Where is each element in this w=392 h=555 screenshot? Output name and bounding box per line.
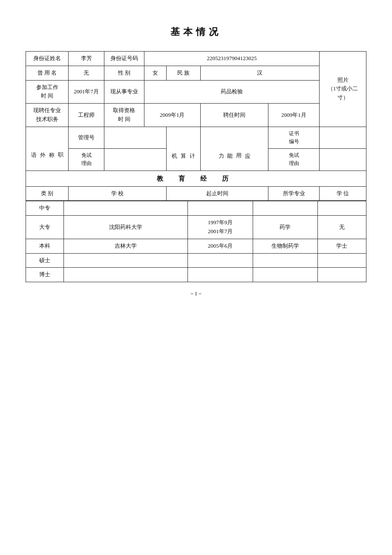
- edu-period: 1997年9月 2001年7月: [188, 216, 253, 239]
- edu-school: 沈阳药科大学: [63, 216, 188, 239]
- title-foreign-label: 职 称 外 语: [26, 127, 69, 171]
- photo-label: 照片: [337, 77, 349, 83]
- edu-degree: 学士: [317, 239, 366, 253]
- id-number-value: 220523197904123025: [144, 52, 319, 66]
- edu-period: [188, 268, 253, 282]
- edu-row: 本科 吉林大学 2005年6月 生物制药学 学士: [26, 239, 366, 253]
- table-row: 身份证姓名 李芳 身份证号码 220523197904123025 照片 （1寸…: [26, 52, 366, 66]
- edu-school: [63, 253, 188, 268]
- computer-label: 计 算 机: [167, 127, 200, 171]
- photo-size: （1寸或小二寸）: [328, 85, 358, 101]
- exempt-label2: 免试 理由: [268, 149, 320, 171]
- work-start-value: 2001年7月: [69, 80, 104, 104]
- edu-school: [63, 201, 188, 216]
- edu-row: 硕士: [26, 253, 366, 268]
- former-name-label: 曾 用 名: [26, 66, 69, 80]
- edu-degree: 无: [317, 216, 366, 239]
- photo-cell: 照片 （1寸或小二寸）: [320, 52, 366, 127]
- exempt-label1: 免试 理由: [69, 149, 104, 171]
- edu-major: [253, 201, 317, 216]
- hire-time-value: 2009年1月: [268, 104, 320, 127]
- edu-type-header: 类 别: [26, 186, 69, 201]
- edu-type: 硕士: [26, 253, 64, 268]
- edu-degree: [317, 253, 366, 268]
- cert-num-value: [320, 127, 366, 148]
- edu-type: 中专: [26, 201, 64, 216]
- table-row: 曾 用 名 无 性 别 女 民 族 汉: [26, 66, 366, 80]
- cert-num-label: 证书 编号: [268, 127, 320, 148]
- edu-school: [63, 268, 188, 282]
- edu-col-headers: 类 别 学 校 起止时间 所学专业 学 位: [26, 186, 366, 201]
- edu-row: 博士: [26, 268, 366, 282]
- edu-degree: [317, 268, 366, 282]
- exempt-value1: [104, 149, 166, 171]
- work-start-label: 参加工作 时 间: [26, 80, 69, 104]
- edu-major: 药学: [253, 216, 317, 239]
- edu-period: [188, 253, 253, 268]
- edu-type: 本科: [26, 239, 64, 253]
- qualification-time-value: 2009年1月: [144, 104, 200, 127]
- gender-value: 女: [144, 66, 166, 80]
- edu-section-header: 教 育 经 历: [26, 171, 366, 186]
- main-table: 身份证姓名 李芳 身份证号码 220523197904123025 照片 （1寸…: [26, 51, 366, 201]
- ability-label: 应 用 能 力: [200, 127, 268, 171]
- edu-major: [253, 268, 317, 282]
- former-name-value: 无: [69, 66, 104, 80]
- table-row: 职 称 外 语 管理号 计 算 机 应 用 能 力 证书 编号: [26, 127, 366, 148]
- edu-major-header: 所学专业: [268, 186, 320, 201]
- current-major-value: 药品检验: [144, 80, 319, 104]
- edu-school: 吉林大学: [63, 239, 188, 253]
- ethnicity-label: 民 族: [167, 66, 200, 80]
- edu-row: 大专 沈阳药科大学 1997年9月 2001年7月 药学 无: [26, 216, 366, 239]
- edu-period: [188, 201, 253, 216]
- edu-major: [253, 253, 317, 268]
- current-position-label: 现聘任专业 技术职务: [26, 104, 69, 127]
- page-title: 基本情况: [26, 26, 366, 38]
- edu-degree: [317, 201, 366, 216]
- current-position-value: 工程师: [69, 104, 104, 127]
- edu-degree-header: 学 位: [320, 186, 366, 201]
- edu-period-header: 起止时间: [167, 186, 268, 201]
- edu-data-table: 中专 大专 沈阳药科大学 1997年9月 2001年7月 药学 无 本科 吉林大…: [26, 201, 366, 282]
- id-number-label: 身份证号码: [104, 52, 144, 66]
- gender-label: 性 别: [104, 66, 144, 80]
- id-name-label: 身份证姓名: [26, 52, 69, 66]
- qualification-time-label: 取得资格 时 间: [104, 104, 144, 127]
- ethnicity-value: 汉: [200, 66, 319, 80]
- edu-type: 大专: [26, 216, 64, 239]
- table-row: 现聘任专业 技术职务 工程师 取得资格 时 间 2009年1月 聘任时间 200…: [26, 104, 366, 127]
- edu-period: 2005年6月: [188, 239, 253, 253]
- table-row: 参加工作 时 间 2001年7月 现从事专业 药品检验: [26, 80, 366, 104]
- edu-school-header: 学 校: [69, 186, 167, 201]
- page-footer: －1－: [26, 290, 366, 298]
- edu-header-row: 教 育 经 历: [26, 171, 366, 186]
- management-label: 管理号: [69, 127, 104, 148]
- edu-row: 中专: [26, 201, 366, 216]
- current-major-label: 现从事专业: [104, 80, 144, 104]
- management-value: [104, 127, 166, 148]
- hire-time-label: 聘任时间: [200, 104, 268, 127]
- edu-major: 生物制药学: [253, 239, 317, 253]
- id-name-value: 李芳: [69, 52, 104, 66]
- edu-type: 博士: [26, 268, 64, 282]
- exempt-value2: [320, 149, 366, 171]
